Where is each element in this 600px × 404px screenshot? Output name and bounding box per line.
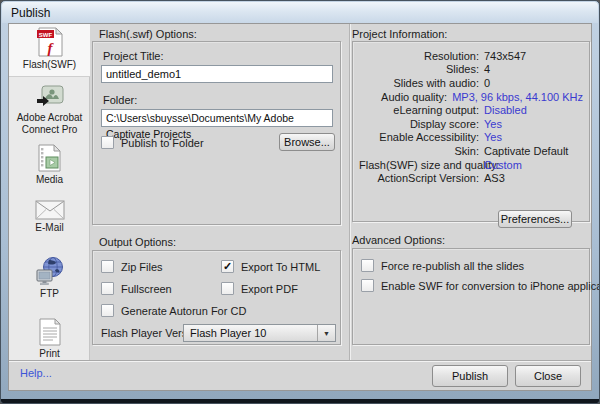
browse-button[interactable]: Browse... xyxy=(279,133,335,151)
project-info-row: Skin: Captivate Default xyxy=(359,144,583,158)
sidebar-item-flash-swf[interactable]: SWF f Flash(SWF) xyxy=(9,24,90,77)
checkbox-box xyxy=(361,279,374,292)
dialog-body: SWF f Flash(SWF) Adobe Acrobat Connect P… xyxy=(8,23,592,391)
preferences-button[interactable]: Preferences... xyxy=(498,210,572,228)
flash-options-groupbox: Project Title: untitled_demo1 Folder: C:… xyxy=(92,41,341,225)
close-button[interactable]: Close xyxy=(515,365,581,387)
sidebar-item-print[interactable]: Print xyxy=(9,318,90,360)
sidebar-item-email[interactable]: E-Mail xyxy=(9,200,90,234)
checkbox-box: ✓ xyxy=(221,260,234,273)
advanced-options-section-title: Advanced Options: xyxy=(352,234,445,246)
folder-input[interactable]: C:\Users\sbuysse\Documents\My Adobe Capt… xyxy=(101,109,333,127)
help-link[interactable]: Help... xyxy=(20,367,52,379)
checkbox-box xyxy=(101,282,114,295)
publish-target-sidebar: SWF f Flash(SWF) Adobe Acrobat Connect P… xyxy=(9,24,90,360)
sidebar-item-label: Print xyxy=(9,348,90,360)
media-icon xyxy=(37,144,63,172)
window-title: Publish xyxy=(2,6,50,20)
publish-button[interactable]: Publish xyxy=(432,365,508,387)
zip-files-checkbox[interactable]: Zip Files xyxy=(101,260,163,273)
project-info-row: Slides with audio: 0 xyxy=(359,76,583,90)
ftp-icon xyxy=(35,256,65,286)
title-bar[interactable]: Publish xyxy=(2,2,598,23)
folder-label: Folder: xyxy=(103,94,137,106)
enable-swf-iphone-checkbox[interactable]: Enable SWF for conversion to iPhone appl… xyxy=(361,279,600,292)
connect-pro-icon xyxy=(35,84,65,110)
column-divider xyxy=(349,24,350,360)
checkbox-box xyxy=(361,259,374,272)
project-info-row: Audio quality: MP3, 96 kbps, 44.100 KHz xyxy=(359,90,583,104)
project-info-row: Resolution: 743x547 xyxy=(359,49,583,63)
fullscreen-checkbox[interactable]: Fullscreen xyxy=(101,282,172,295)
project-title-input[interactable]: untitled_demo1 xyxy=(101,65,333,83)
chevron-down-icon: ▼ xyxy=(317,325,335,341)
export-to-html-checkbox[interactable]: ✓ Export To HTML xyxy=(221,260,320,273)
checkbox-box xyxy=(101,136,114,149)
sidebar-item-label: Adobe Acrobat Connect Pro xyxy=(9,112,90,136)
force-republish-checkbox[interactable]: Force re-publish all the slides xyxy=(361,259,524,272)
sidebar-item-media[interactable]: Media xyxy=(9,144,90,186)
sidebar-item-connect-pro[interactable]: Adobe Acrobat Connect Pro xyxy=(9,84,90,136)
publish-dialog-window: Publish SWF f Flash(SWF) xyxy=(0,0,600,404)
flash-player-version-dropdown[interactable]: Flash Player 10 ▼ xyxy=(183,324,336,342)
project-info-row: Display score: Yes xyxy=(359,117,583,131)
sidebar-item-label: Media xyxy=(9,174,90,186)
advanced-options-groupbox: Force re-publish all the slides Enable S… xyxy=(352,248,590,345)
generate-autorun-checkbox[interactable]: Generate Autorun For CD xyxy=(101,304,246,317)
project-information-groupbox: Resolution: 743x547 Slides: 4 Slides wit… xyxy=(352,41,590,222)
checkbox-box xyxy=(101,304,114,317)
project-title-label: Project Title: xyxy=(103,50,164,62)
project-info-row: eLearning output: Disabled xyxy=(359,103,583,117)
print-icon xyxy=(38,318,62,346)
project-info-row: Enable Accessibility: Yes xyxy=(359,131,583,145)
checkbox-box xyxy=(101,260,114,273)
project-information-section-title: Project Information: xyxy=(352,28,447,40)
sidebar-item-ftp[interactable]: FTP xyxy=(9,256,90,300)
project-info-row: Slides: 4 xyxy=(359,63,583,77)
sidebar-item-label: FTP xyxy=(9,288,90,300)
sidebar-item-label: E-Mail xyxy=(9,222,90,234)
publish-to-folder-checkbox[interactable]: Publish to Folder xyxy=(101,136,204,149)
output-options-section-title: Output Options: xyxy=(99,236,176,248)
svg-text:SWF: SWF xyxy=(38,32,52,38)
flash-swf-icon: SWF f xyxy=(36,27,64,57)
checkbox-box xyxy=(221,282,234,295)
sidebar-item-label: Flash(SWF) xyxy=(9,59,90,71)
email-icon xyxy=(35,200,65,220)
output-options-groupbox: Zip Files ✓ Export To HTML Fullscreen Ex… xyxy=(92,250,341,345)
footer-divider xyxy=(9,360,591,361)
flash-options-section-title: Flash(.swf) Options: xyxy=(99,28,197,40)
export-pdf-checkbox[interactable]: Export PDF xyxy=(221,282,298,295)
project-info-row: Flash(SWF) size and quality: Custom xyxy=(359,158,583,172)
project-info-rows: Resolution: 743x547 Slides: 4 Slides wit… xyxy=(359,49,583,185)
project-info-row: ActionScript Version: AS3 xyxy=(359,171,583,185)
